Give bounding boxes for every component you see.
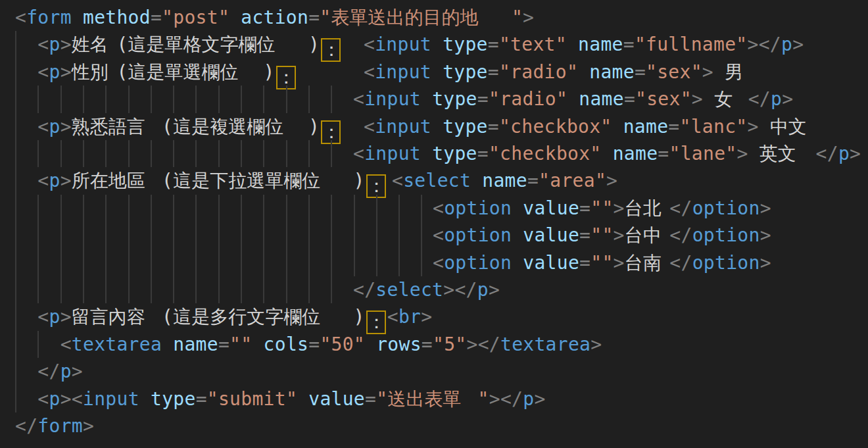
token-sp bbox=[15, 334, 60, 355]
token-attr: type bbox=[443, 61, 488, 83]
token-eq: = bbox=[308, 7, 320, 28]
token-ang: < bbox=[364, 34, 375, 55]
token-sp bbox=[72, 7, 83, 28]
token-str: " bbox=[320, 7, 331, 28]
token-ang: </ bbox=[669, 197, 692, 219]
indent-guide bbox=[263, 86, 264, 112]
token-tag: option bbox=[444, 224, 512, 246]
token-eq: = bbox=[308, 334, 320, 355]
token-str: "checkbox" bbox=[499, 116, 612, 137]
indent-guide bbox=[37, 249, 39, 276]
indent-guide bbox=[151, 276, 152, 303]
token-str: " bbox=[512, 7, 523, 28]
indent-guide bbox=[151, 195, 152, 222]
token-eq: = bbox=[579, 224, 591, 246]
token-ang: < bbox=[37, 306, 49, 328]
token-cjk: 這是複選欄位 bbox=[173, 113, 308, 140]
token-sp bbox=[567, 34, 578, 55]
token-sp bbox=[297, 388, 308, 410]
token-ang: ></ bbox=[747, 34, 781, 55]
token-tag: textarea bbox=[72, 334, 162, 355]
token-attr: type bbox=[443, 34, 488, 55]
code-segment: <input type="radio" name="sex"> 男 bbox=[364, 59, 747, 86]
token-tag: textarea bbox=[500, 334, 591, 355]
token-ang: < bbox=[392, 170, 403, 191]
code-line: <input type="radio" name="sex"> 女 </p> bbox=[0, 86, 868, 112]
token-cjk: 台中 bbox=[625, 222, 670, 249]
token-txt: ) bbox=[308, 34, 320, 55]
token-tag: p bbox=[781, 34, 792, 55]
token-tag: p bbox=[49, 306, 60, 328]
token-sp bbox=[804, 143, 815, 164]
token-ang: </ bbox=[353, 279, 375, 301]
code-line: <textarea name="" cols="50" rows="5"></t… bbox=[0, 331, 868, 358]
token-attr: name bbox=[173, 334, 218, 355]
indent-guide bbox=[286, 140, 287, 167]
token-attr: value bbox=[523, 224, 579, 246]
indent-guide bbox=[15, 195, 16, 222]
token-ang: > bbox=[614, 197, 625, 219]
token-ang: </ bbox=[816, 143, 838, 164]
token-ang: > bbox=[782, 88, 793, 110]
indent-guide bbox=[15, 249, 16, 276]
token-ang: > bbox=[692, 88, 703, 110]
code-editor[interactable]: <form method="post" action="表單送出的目的地"> <… bbox=[0, 0, 868, 448]
token-ang: </ bbox=[669, 224, 692, 246]
indent-guide bbox=[173, 276, 174, 303]
token-tag: option bbox=[692, 197, 760, 219]
token-eq: = bbox=[579, 197, 591, 219]
token-sp bbox=[15, 34, 37, 55]
token-ang: > bbox=[760, 252, 771, 274]
code-segment: <option value="">台北</option> bbox=[433, 195, 771, 222]
token-scjk: 表單送出的目的地 bbox=[331, 4, 512, 31]
token-str: "submit" bbox=[207, 388, 297, 410]
token-cjk: 這是單格文字欄位 bbox=[128, 31, 308, 58]
token-ang: > bbox=[606, 170, 617, 191]
token-eq: = bbox=[623, 34, 635, 55]
indent-guide bbox=[151, 249, 152, 276]
token-attr: name bbox=[579, 88, 624, 110]
token-ang: < bbox=[15, 7, 26, 28]
token-cjk: 姓名 bbox=[72, 31, 117, 58]
code-line: <option value="">台中</option> bbox=[0, 222, 868, 249]
token-ang: < bbox=[37, 388, 49, 410]
indent-guide bbox=[195, 140, 197, 167]
indent-guide bbox=[195, 222, 197, 249]
token-ang: < bbox=[364, 116, 375, 137]
token-ang: > bbox=[850, 143, 861, 164]
token-txt: ) bbox=[354, 170, 365, 191]
indent-guide bbox=[308, 222, 310, 249]
indent-guide bbox=[398, 249, 400, 276]
token-ang: > bbox=[60, 388, 72, 410]
token-tag: p bbox=[523, 388, 534, 410]
token-tag: p bbox=[771, 88, 782, 110]
token-tag: select bbox=[403, 170, 471, 191]
indent-guide bbox=[241, 276, 242, 303]
indent-guide bbox=[173, 195, 174, 222]
token-cjk: 這是下拉選單欄位 bbox=[173, 167, 353, 194]
token-sp bbox=[15, 61, 37, 83]
token-ang: < bbox=[387, 306, 398, 328]
token-eq: = bbox=[477, 88, 489, 110]
token-eq: = bbox=[635, 61, 646, 83]
indent-guide bbox=[308, 140, 310, 167]
token-attr: cols bbox=[264, 334, 309, 355]
indent-guide bbox=[331, 222, 332, 249]
token-str: "5" bbox=[433, 334, 466, 355]
token-tag: option bbox=[444, 197, 512, 219]
indent-guide bbox=[331, 276, 332, 303]
token-str: "" bbox=[591, 224, 613, 246]
token-str: "" bbox=[229, 334, 252, 355]
indent-guide bbox=[83, 222, 84, 249]
token-ang: > bbox=[60, 34, 72, 55]
token-attr: type bbox=[443, 116, 488, 137]
token-cjk: 中文 bbox=[770, 113, 815, 140]
token-str: "checkbox" bbox=[489, 143, 602, 164]
code-segment: <p>所在地區(這是下拉選單欄位)： bbox=[15, 167, 387, 198]
code-segment: <p>留言內容(這是多行文字欄位)：<br> bbox=[15, 303, 432, 334]
code-segment: <input type="checkbox" name="lanc"> 中文 bbox=[364, 113, 815, 140]
token-eq: = bbox=[218, 334, 229, 355]
indent-guide bbox=[15, 140, 16, 167]
token-ang: > bbox=[591, 334, 602, 355]
indent-guide bbox=[60, 140, 62, 167]
